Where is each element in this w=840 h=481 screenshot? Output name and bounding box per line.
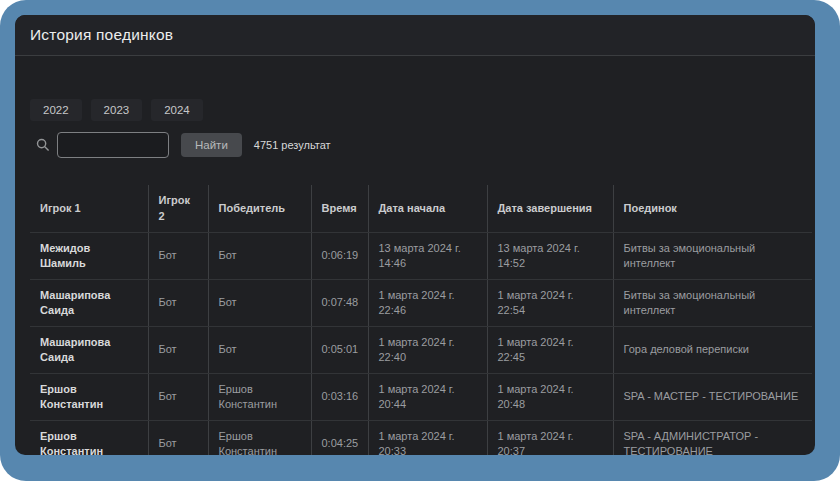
column-header: Дата завершения [487, 185, 613, 233]
year-tabs: 202220232024 [30, 99, 203, 121]
duel-table-wrap: Игрок 1Игрок 2ПобедительВремяДата начала… [30, 185, 812, 455]
cell-time: 0:03:16 [311, 374, 368, 421]
cell-player1: Ершов Константин [30, 374, 148, 421]
cell-player1: Межидов Шамиль [30, 233, 148, 280]
table-row: Ершов КонстантинБотЕршов Константин0:03:… [30, 374, 812, 421]
search-icon [36, 138, 50, 152]
cell-winner: Бот [208, 233, 311, 280]
search-button[interactable]: Найти [181, 133, 242, 157]
column-header: Игрок 2 [148, 185, 208, 233]
cell-time: 0:05:01 [311, 327, 368, 374]
column-header: Поединок [613, 185, 812, 233]
cell-player1: Ершов Константин [30, 421, 148, 456]
cell-winner: Бот [208, 327, 311, 374]
cell-start: 13 марта 2024 г. 14:46 [368, 233, 487, 280]
cell-winner: Ершов Константин [208, 421, 311, 456]
cell-winner: Бот [208, 280, 311, 327]
year-tab-2022[interactable]: 2022 [30, 99, 82, 121]
page-title: История поединков [30, 26, 173, 44]
search-row: Найти 4751 результат [30, 130, 800, 160]
table-row: Ершов КонстантинБотЕршов Константин0:04:… [30, 421, 812, 456]
search-input[interactable] [57, 132, 169, 158]
cell-player2: Бот [148, 280, 208, 327]
column-header: Победитель [208, 185, 311, 233]
cell-player2: Бот [148, 374, 208, 421]
cell-time: 0:06:19 [311, 233, 368, 280]
cell-player2: Бот [148, 233, 208, 280]
cell-start: 1 марта 2024 г. 22:46 [368, 280, 487, 327]
year-tab-2023[interactable]: 2023 [91, 99, 143, 121]
cell-duel: SPA - АДМИНИСТРАТОР - ТЕСТИРОВАНИЕ [613, 421, 812, 456]
cell-player2: Бот [148, 327, 208, 374]
column-header: Дата начала [368, 185, 487, 233]
panel-header: История поединков [15, 15, 815, 56]
cell-time: 0:07:48 [311, 280, 368, 327]
cell-player2: Бот [148, 421, 208, 456]
cell-end: 1 марта 2024 г. 20:48 [487, 374, 613, 421]
table-header-row: Игрок 1Игрок 2ПобедительВремяДата начала… [30, 185, 812, 233]
cell-duel: Гора деловой переписки [613, 327, 812, 374]
cell-end: 13 марта 2024 г. 14:52 [487, 233, 613, 280]
column-header: Игрок 1 [30, 185, 148, 233]
column-header: Время [311, 185, 368, 233]
cell-time: 0:04:25 [311, 421, 368, 456]
table-row: Машарипова СаидаБотБот0:07:481 марта 202… [30, 280, 812, 327]
cell-start: 1 марта 2024 г. 20:44 [368, 374, 487, 421]
cell-player1: Машарипова Саида [30, 280, 148, 327]
cell-end: 1 марта 2024 г. 22:54 [487, 280, 613, 327]
cell-duel: Битвы за эмоциональный интеллект [613, 233, 812, 280]
table-row: Машарипова СаидаБотБот0:05:011 марта 202… [30, 327, 812, 374]
cell-duel: SPA - МАСТЕР - ТЕСТИРОВАНИЕ [613, 374, 812, 421]
cell-winner: Ершов Константин [208, 374, 311, 421]
cell-end: 1 марта 2024 г. 22:45 [487, 327, 613, 374]
cell-end: 1 марта 2024 г. 20:37 [487, 421, 613, 456]
cell-start: 1 марта 2024 г. 22:40 [368, 327, 487, 374]
cell-start: 1 марта 2024 г. 20:33 [368, 421, 487, 456]
table-body: Межидов ШамильБотБот0:06:1913 марта 2024… [30, 233, 812, 456]
screenshot-stage: История поединков 202220232024 Найти 475… [0, 0, 840, 481]
duel-history-panel: История поединков 202220232024 Найти 475… [15, 15, 815, 455]
table-row: Межидов ШамильБотБот0:06:1913 марта 2024… [30, 233, 812, 280]
year-tab-2024[interactable]: 2024 [151, 99, 203, 121]
duel-table: Игрок 1Игрок 2ПобедительВремяДата начала… [30, 185, 812, 455]
cell-duel: Битвы за эмоциональный интеллект [613, 280, 812, 327]
cell-player1: Машарипова Саида [30, 327, 148, 374]
results-count: 4751 результат [254, 139, 331, 151]
